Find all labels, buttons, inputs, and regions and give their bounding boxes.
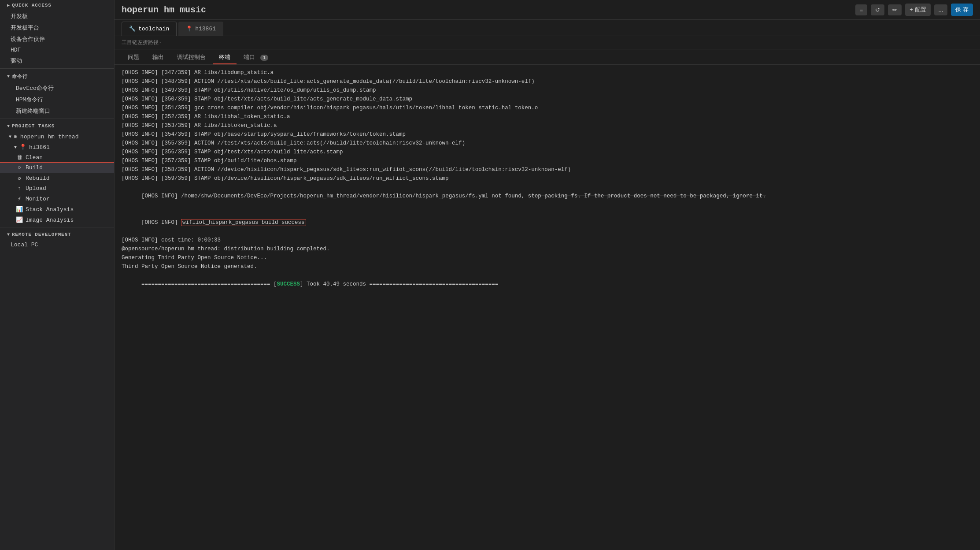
task-upload[interactable]: ↑ Upload (0, 183, 114, 193)
terminal-line-6: [OHOS INFO] [352/359] AR libs/libhal_tok… (122, 112, 973, 121)
devboard-platform-label: 开发板平台 (11, 24, 39, 32)
chevron-cmd-icon: ▼ (7, 74, 10, 79)
header: hoperun_hm_music ≡ ↺ ✏ + 配置 ... 保 存 (115, 0, 980, 20)
terminal-line-cost-time: [OHOS INFO] cost time: 0:00:33 (122, 236, 973, 245)
project-name: hoperun_hm_thread (20, 134, 79, 140)
task-image-analysis[interactable]: 📈 Image Analysis (0, 215, 114, 225)
task-stack-analysis[interactable]: 📊 Stack Analysis (0, 204, 114, 215)
device-name: hi3861 (29, 144, 50, 151)
terminal-content[interactable]: [OHOS INFO] [347/359] AR libs/libdump_st… (115, 65, 980, 550)
rebuild-label: Rebuild (26, 175, 50, 182)
more-button[interactable]: ... (934, 4, 948, 15)
device-node[interactable]: ▼ 📍 hi3861 (0, 142, 114, 152)
terminal-line-11: [OHOS INFO] [357/359] STAMP obj/build/li… (122, 156, 973, 165)
terminal-tab-label: 终端 (219, 54, 230, 61)
cmd-label: 命令行 (12, 73, 28, 80)
task-clean[interactable]: 🗑 Clean (0, 152, 114, 163)
tab-hi3861[interactable]: 📍 hi3861 (178, 22, 223, 36)
chevron-remote-icon: ▼ (7, 232, 10, 237)
sidebar: ▶ QUICK ACCESS 开发板 开发板平台 设备合作伙伴 HDF 驱动 ▼… (0, 0, 115, 550)
tab-problems[interactable]: 问题 (122, 51, 145, 64)
refresh-button[interactable]: ↺ (871, 4, 884, 15)
sidebar-item-new-terminal[interactable]: 新建终端窗口 (0, 105, 114, 117)
sidebar-item-local-pc[interactable]: Local PC (0, 240, 114, 250)
sidebar-item-hpm-cmd[interactable]: HPM命令行 (0, 94, 114, 105)
devboard-label: 开发板 (11, 12, 28, 20)
terminal-line-9: [OHOS INFO] [355/359] ACTION //test/xts/… (122, 139, 973, 148)
terminal-line-generated: Third Party Open Source Notice generated… (122, 262, 973, 271)
cmd-section-header[interactable]: ▼ 命令行 (0, 71, 114, 82)
tab-debug-console[interactable]: 调试控制台 (171, 51, 212, 64)
deveco-cmd-label: DevEco命令行 (16, 84, 54, 92)
sidebar-item-hdf[interactable]: HDF (0, 45, 114, 55)
device-pin-icon: 📍 (19, 144, 26, 151)
terminal-line-1: [OHOS INFO] [347/359] AR libs/libdump_st… (122, 68, 973, 77)
hdf-label: HDF (11, 47, 21, 53)
terminal-line-12: [OHOS INFO] [358/359] ACTION //device/hi… (122, 165, 973, 174)
upload-icon: ↑ (16, 185, 23, 192)
port-badge: 1 (260, 55, 269, 61)
task-monitor[interactable]: ⚡ Monitor (0, 193, 114, 204)
terminal-line-13: [OHOS INFO] [359/359] STAMP obj/device/h… (122, 174, 973, 183)
local-pc-label: Local PC (11, 242, 38, 248)
debug-console-tab-label: 调试控制台 (177, 54, 206, 61)
sidebar-item-driver[interactable]: 驱动 (0, 55, 114, 67)
terminal-line-5: [OHOS INFO] [351/359] gcc cross compiler… (122, 104, 973, 112)
port-tab-label: 端口 (244, 54, 255, 61)
config-button[interactable]: + 配置 (905, 4, 930, 16)
chevron-tasks-icon: ▼ (7, 124, 10, 129)
image-analysis-label: Image Analysis (26, 217, 74, 223)
terminal-tabs-bar: 问题 输出 调试控制台 终端 端口 1 (115, 49, 980, 65)
tab-terminal[interactable]: 终端 (213, 51, 237, 64)
project-tasks-header[interactable]: ▼ PROJECT TASKS (0, 121, 114, 131)
remote-dev-header[interactable]: ▼ REMOTE DEVELOPMENT (0, 229, 114, 240)
monitor-icon: ⚡ (16, 195, 23, 202)
rebuild-icon: ↺ (16, 175, 23, 182)
stack-analysis-icon: 📊 (16, 206, 23, 213)
stack-analysis-label: Stack Analysis (26, 206, 74, 213)
sidebar-item-deveco-cmd[interactable]: DevEco命令行 (0, 82, 114, 94)
clean-icon: 🗑 (16, 154, 23, 161)
save-button[interactable]: 保 存 (951, 4, 973, 16)
hpm-cmd-label: HPM命令行 (16, 96, 43, 104)
terminal-line-4: [OHOS INFO] [350/359] STAMP obj/test/xts… (122, 95, 973, 104)
build-success-highlight: wifiiot_hispark_pegasus build success (181, 219, 306, 226)
tab-port[interactable]: 端口 1 (237, 51, 274, 64)
edit-button[interactable]: ✏ (888, 4, 902, 15)
image-analysis-icon: 📈 (16, 216, 23, 223)
terminal-line-7: [OHOS INFO] [353/359] AR libs/libtoken_s… (122, 121, 973, 130)
project-chevron-icon: ▼ (9, 134, 11, 139)
toolchain-tab-label: toolchain (138, 26, 169, 32)
project-node[interactable]: ▼ ⊞ hoperun_hm_thread (0, 131, 114, 142)
terminal-line-3: [OHOS INFO] [349/359] STAMP obj/utils/na… (122, 86, 973, 95)
hi3861-tab-label: hi3861 (195, 26, 216, 32)
problems-tab-label: 问题 (128, 54, 139, 61)
toolchain-tab-icon: 🔧 (129, 26, 136, 32)
remote-dev-label: REMOTE DEVELOPMENT (12, 232, 71, 237)
tab-toolchain[interactable]: 🔧 toolchain (122, 22, 177, 36)
sidebar-item-devboard[interactable]: 开发板 (0, 11, 114, 22)
terminal-line-generating: Generating Third Party Open Source Notic… (122, 253, 973, 262)
hi3861-tab-icon: 📍 (186, 26, 192, 32)
page-title: hoperun_hm_music (122, 5, 850, 15)
new-terminal-label: 新建终端窗口 (16, 107, 50, 115)
monitor-label: Monitor (26, 196, 50, 202)
driver-label: 驱动 (11, 57, 22, 65)
output-tab-label: 输出 (152, 54, 164, 61)
task-rebuild[interactable]: ↺ Rebuild (0, 173, 114, 183)
chevron-icon: ▶ (7, 3, 10, 8)
device-chevron-icon: ▼ (14, 145, 17, 150)
terminal-line-build-success: [OHOS INFO] wifiiot_hispark_pegasus buil… (122, 209, 973, 236)
upload-label: Upload (26, 185, 46, 192)
build-label: Build (26, 164, 43, 171)
sidebar-item-device-partner[interactable]: 设备合作伙伴 (0, 33, 114, 45)
quick-access-header[interactable]: ▶ QUICK ACCESS (0, 0, 114, 11)
clean-label: Clean (26, 154, 43, 161)
project-path: 工目链左折路径· (115, 36, 980, 49)
tab-output[interactable]: 输出 (146, 51, 170, 64)
task-build[interactable]: ○ Build (0, 163, 114, 173)
terminal-line-dist: @opensource/hoperun_hm_thread: distribut… (122, 245, 973, 253)
menu-button[interactable]: ≡ (855, 4, 868, 15)
device-partner-label: 设备合作伙伴 (11, 35, 45, 43)
sidebar-item-devboard-platform[interactable]: 开发板平台 (0, 22, 114, 33)
